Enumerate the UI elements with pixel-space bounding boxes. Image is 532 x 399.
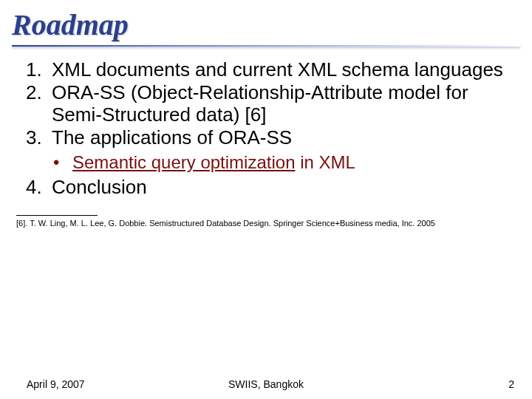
sub-list-item: Semantic query optimization in XML — [72, 152, 520, 173]
list-item-text: The applications of ORA-SS — [52, 126, 292, 149]
list-item: Conclusion — [47, 176, 520, 199]
sub-list: Semantic query optimization in XML — [52, 152, 520, 173]
list-item: ORA-SS (Object-Relationship-Attribute mo… — [47, 81, 520, 126]
content-area: XML documents and current XML schema lan… — [0, 55, 532, 199]
footer: April 9, 2007 SWIIS, Bangkok 2 — [0, 378, 532, 390]
sub-item-tail: in XML — [295, 152, 355, 172]
list-item: The applications of ORA-SS Semantic quer… — [47, 126, 520, 173]
title-divider — [12, 45, 520, 47]
roadmap-list: XML documents and current XML schema lan… — [13, 58, 520, 199]
reference-text: [6]. T. W. Ling, M. L. Lee, G. Dobbie. S… — [0, 216, 532, 228]
sub-item-underlined: Semantic query optimization — [72, 152, 295, 172]
list-item: XML documents and current XML schema lan… — [47, 58, 520, 81]
footer-venue: SWIIS, Bangkok — [0, 378, 532, 390]
page-title: Roadmap — [12, 7, 520, 42]
